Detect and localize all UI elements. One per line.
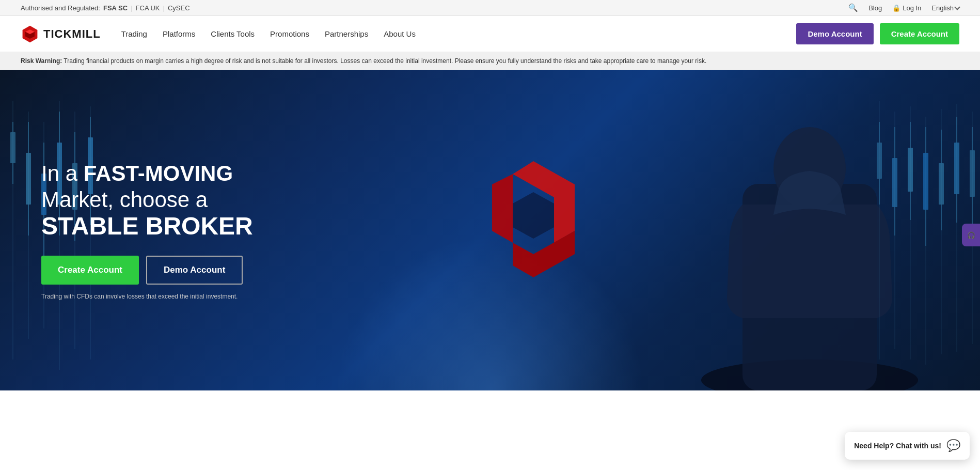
hero-fast-moving: FAST-MOVING: [84, 161, 233, 185]
hero-line1: In a FAST-MOVING: [41, 161, 253, 186]
hero-line2: Market, choose a: [41, 187, 253, 213]
svg-rect-31: [877, 143, 882, 179]
language-label: English: [931, 4, 954, 12]
hero-section: In a FAST-MOVING Market, choose a STABLE…: [0, 70, 980, 390]
nav-links: Trading Platforms Clients Tools Promotio…: [121, 25, 416, 42]
risk-warning-text: Trading financial products on margin car…: [64, 57, 706, 65]
nav-about-us[interactable]: About Us: [384, 25, 416, 42]
hero-buttons: Create Account Demo Account: [41, 256, 253, 285]
demo-account-button[interactable]: Demo Account: [796, 23, 873, 44]
login-label: Log In: [903, 4, 921, 12]
regulated-label: Authorised and Regulated:: [21, 4, 100, 12]
logo-text: TICKMILL: [43, 27, 101, 41]
blog-link[interactable]: Blog: [868, 4, 882, 12]
risk-warning-bar: Risk Warning: Trading financial products…: [0, 52, 980, 70]
navbar-right: Demo Account Create Account: [796, 23, 959, 44]
nav-clients-tools[interactable]: Clients Tools: [211, 25, 255, 42]
nav-platforms[interactable]: Platforms: [163, 25, 195, 42]
create-account-button[interactable]: Create Account: [880, 23, 959, 44]
support-button[interactable]: 🎧: [962, 224, 980, 246]
navbar: TICKMILL Trading Platforms Clients Tools…: [0, 16, 980, 52]
hero-disclaimer: Trading with CFDs can involve losses tha…: [41, 293, 253, 300]
logo-link[interactable]: TICKMILL: [21, 25, 101, 43]
svg-rect-55: [970, 150, 975, 197]
hero-logo-graphic: [461, 151, 606, 295]
svg-rect-47: [939, 163, 944, 205]
svg-rect-51: [954, 143, 959, 194]
svg-rect-35: [892, 158, 897, 207]
search-icon[interactable]: 🔍: [848, 3, 858, 12]
hero-create-account-button[interactable]: Create Account: [41, 256, 139, 285]
logo-icon: [21, 25, 39, 43]
hero-line3: STABLE BROKER: [41, 213, 253, 240]
svg-rect-39: [908, 148, 913, 192]
cysec-label: CySEC: [168, 4, 190, 12]
top-bar-actions: 🔍 Blog 🔒 Log In English: [848, 3, 959, 12]
nav-promotions[interactable]: Promotions: [270, 25, 309, 42]
nav-trading[interactable]: Trading: [121, 25, 147, 42]
hero-headline: In a FAST-MOVING Market, choose a STABLE…: [41, 161, 253, 240]
risk-warning-bold: Risk Warning:: [21, 57, 62, 65]
login-link[interactable]: 🔒 Log In: [892, 4, 921, 12]
fca-uk-label: FCA UK: [136, 4, 160, 12]
hero-content: In a FAST-MOVING Market, choose a STABLE…: [0, 161, 253, 300]
language-selector[interactable]: English: [931, 4, 959, 12]
top-bar: Authorised and Regulated: FSA SC | FCA U…: [0, 0, 980, 16]
lock-icon: 🔒: [892, 4, 900, 12]
fsa-sc-label: FSA SC: [103, 4, 128, 12]
headset-icon: 🎧: [967, 231, 975, 239]
svg-rect-43: [923, 153, 928, 210]
navbar-left: TICKMILL Trading Platforms Clients Tools…: [21, 25, 416, 43]
regulatory-info: Authorised and Regulated: FSA SC | FCA U…: [21, 4, 190, 12]
hero-demo-account-button[interactable]: Demo Account: [146, 256, 243, 285]
chevron-down-icon: [954, 4, 960, 10]
nav-partnerships[interactable]: Partnerships: [325, 25, 368, 42]
svg-rect-4: [10, 132, 15, 163]
